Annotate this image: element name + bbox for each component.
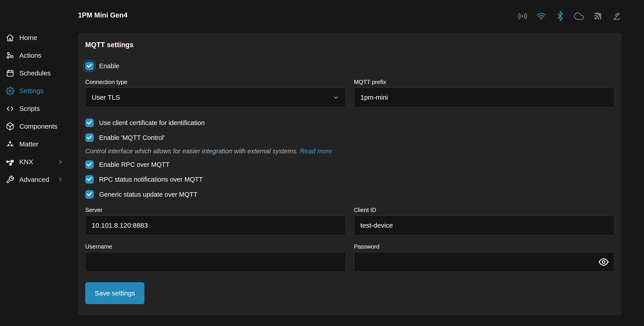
client-id-label: Client ID xyxy=(354,207,614,213)
server-input[interactable] xyxy=(85,216,346,235)
enable-checkbox-row[interactable]: Enable xyxy=(85,62,614,71)
sidebar-item-scripts[interactable]: Scripts xyxy=(0,103,74,114)
rpc-status-checkbox-row[interactable]: RPC status notifications over MQTT xyxy=(85,175,614,184)
rpc-over-mqtt-checkbox[interactable] xyxy=(85,160,94,169)
sidebar-item-label: Advanced xyxy=(19,176,49,184)
knx-icon xyxy=(6,157,14,166)
sidebar-item-schedules[interactable]: Schedules xyxy=(0,68,74,79)
card-title: MQTT settings xyxy=(85,41,614,49)
sidebar-item-matter[interactable]: Matter xyxy=(0,139,74,149)
cube-icon xyxy=(6,122,14,131)
home-icon xyxy=(6,34,14,42)
mqtt-settings-card: MQTT settings Enable Connection type Use… xyxy=(78,33,622,315)
access-point-icon xyxy=(518,11,528,21)
mqtt-prefix-input[interactable] xyxy=(354,88,614,107)
app-root: 1PM Mini Gen4 xyxy=(0,0,644,326)
sidebar-item-label: Home xyxy=(19,34,37,42)
sidebar-item-knx[interactable]: KNX xyxy=(0,156,74,167)
connection-type-field: Connection type User TLS xyxy=(85,79,346,107)
password-field: Password xyxy=(354,243,614,272)
server-field: Server xyxy=(85,207,346,235)
client-cert-checkbox-label: Use client certificate for identificatio… xyxy=(99,119,205,127)
websocket-off-icon xyxy=(612,11,622,21)
page-title: 1PM Mini Gen4 xyxy=(78,11,127,19)
rpc-over-mqtt-checkbox-row[interactable]: Enable RPC over MQTT xyxy=(85,160,614,169)
save-settings-button[interactable]: Save settings xyxy=(85,282,144,304)
chevron-down-icon xyxy=(332,94,339,101)
wrench-icon xyxy=(6,175,14,184)
note-text: Control interface which allows for easie… xyxy=(85,147,300,155)
password-input[interactable] xyxy=(354,252,614,272)
sidebar-item-advanced[interactable]: Advanced xyxy=(0,174,74,185)
rpc-over-mqtt-checkbox-label: Enable RPC over MQTT xyxy=(99,161,170,169)
sidebar: Home Actions Schedules xyxy=(0,32,74,192)
client-id-field: Client ID xyxy=(354,207,614,235)
connection-type-label: Connection type xyxy=(85,79,346,85)
calendar-icon xyxy=(6,69,14,77)
client-cert-checkbox[interactable] xyxy=(85,118,94,127)
status-bar xyxy=(518,11,622,21)
sidebar-item-label: KNX xyxy=(19,158,33,166)
sidebar-item-label: Components xyxy=(19,123,58,130)
read-more-link[interactable]: Read more xyxy=(300,147,332,155)
eye-icon xyxy=(598,257,609,267)
mqtt-control-checkbox-row[interactable]: Enable 'MQTT Control' xyxy=(85,133,614,142)
connection-type-value: User TLS xyxy=(92,94,120,101)
sidebar-item-label: Actions xyxy=(19,52,41,59)
sidebar-item-label: Schedules xyxy=(19,69,51,77)
generic-status-checkbox[interactable] xyxy=(85,190,94,199)
client-cert-checkbox-row[interactable]: Use client certificate for identificatio… xyxy=(85,118,614,127)
mqtt-prefix-label: MQTT prefix xyxy=(354,79,614,85)
sidebar-item-settings[interactable]: Settings xyxy=(0,86,74,96)
enable-checkbox-label: Enable xyxy=(99,62,119,70)
mqtt-prefix-field: MQTT prefix xyxy=(354,79,614,107)
cloud-icon xyxy=(574,11,584,21)
bluetooth-icon xyxy=(555,11,565,21)
show-password-button[interactable] xyxy=(598,256,610,268)
chevron-right-icon xyxy=(58,159,63,165)
actions-icon xyxy=(6,51,14,60)
rpc-status-checkbox[interactable] xyxy=(85,175,94,184)
username-field: Username xyxy=(85,243,346,272)
server-label: Server xyxy=(85,207,346,213)
mqtt-control-checkbox[interactable] xyxy=(85,133,94,142)
sidebar-item-label: Settings xyxy=(19,87,44,95)
matter-icon xyxy=(6,140,14,148)
connection-type-select[interactable]: User TLS xyxy=(85,88,346,107)
mqtt-control-note: Control interface which allows for easie… xyxy=(85,147,614,155)
generic-status-checkbox-row[interactable]: Generic status update over MQTT xyxy=(85,190,614,199)
sidebar-item-actions[interactable]: Actions xyxy=(0,50,74,61)
sidebar-item-home[interactable]: Home xyxy=(0,32,74,43)
client-id-input[interactable] xyxy=(354,216,614,235)
code-icon xyxy=(6,104,14,113)
sidebar-item-label: Scripts xyxy=(19,105,40,112)
rpc-status-checkbox-label: RPC status notifications over MQTT xyxy=(99,176,203,183)
username-input[interactable] xyxy=(85,252,346,272)
mqtt-control-checkbox-label: Enable 'MQTT Control' xyxy=(99,134,165,141)
gear-icon xyxy=(6,87,14,95)
enable-checkbox[interactable] xyxy=(85,62,94,70)
chevron-right-icon xyxy=(58,177,63,183)
password-label: Password xyxy=(354,243,614,250)
sidebar-item-label: Matter xyxy=(19,140,38,148)
wifi-icon xyxy=(536,11,546,21)
sidebar-item-components[interactable]: Components xyxy=(0,121,74,132)
mqtt-icon xyxy=(593,11,603,21)
username-label: Username xyxy=(85,243,346,250)
generic-status-checkbox-label: Generic status update over MQTT xyxy=(99,191,197,198)
